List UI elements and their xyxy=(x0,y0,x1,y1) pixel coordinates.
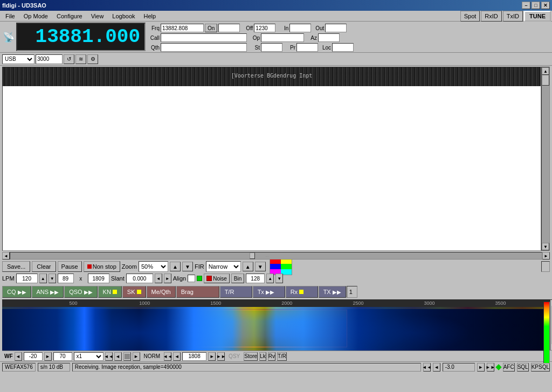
wf-scroll[interactable]: ▲ ▼ xyxy=(550,299,552,351)
sql-button[interactable]: SQL xyxy=(517,363,529,372)
pr-input[interactable] xyxy=(296,43,318,52)
spot-button[interactable]: Spot xyxy=(460,11,480,22)
h-scroll-thumb[interactable] xyxy=(250,253,255,259)
config-icon[interactable]: ⚙ xyxy=(87,54,98,64)
meqth-button[interactable]: Me/Qth xyxy=(147,286,176,298)
menu-configure[interactable]: Configure xyxy=(52,12,87,20)
on-input[interactable] xyxy=(218,24,240,32)
waterfall-display[interactable] xyxy=(2,307,550,351)
pause-button[interactable]: Pause xyxy=(58,261,82,272)
frq-input[interactable] xyxy=(161,24,204,32)
tx-button[interactable]: Tx ▶▶ xyxy=(253,286,285,298)
qth-input[interactable] xyxy=(161,43,247,52)
in-input[interactable] xyxy=(289,24,311,32)
wf-stop-btn[interactable] xyxy=(123,352,131,361)
frequency-display[interactable]: 13881.000 xyxy=(16,23,146,51)
wf-skipforward-btn[interactable]: ◄◄ xyxy=(164,352,171,361)
bin-up[interactable]: ▲ xyxy=(266,274,274,283)
loc-input[interactable] xyxy=(332,43,354,52)
st-input[interactable] xyxy=(261,43,282,52)
align-checkbox[interactable] xyxy=(188,275,195,282)
scroll-thumb[interactable] xyxy=(542,75,549,86)
bin-down[interactable]: ▼ xyxy=(275,274,283,283)
nonstop-button[interactable]: Non stop xyxy=(84,261,120,272)
store-button[interactable]: Store xyxy=(244,352,258,361)
bandwidth-input[interactable] xyxy=(36,54,63,64)
menu-logbook[interactable]: Logbook xyxy=(108,12,139,20)
scroll-up-button[interactable]: ▲ xyxy=(542,67,549,75)
rx-text-area[interactable] xyxy=(3,86,541,250)
controls-scroll[interactable] xyxy=(541,261,550,272)
narrow-select[interactable]: Narrow Wide xyxy=(206,261,241,272)
zoom-select[interactable]: 50% 100% 200% xyxy=(139,261,168,272)
slant-input[interactable] xyxy=(126,274,153,283)
lpm-up[interactable]: ▲ xyxy=(39,274,47,283)
kn-button[interactable]: KN xyxy=(98,286,122,298)
spectrum-icon[interactable]: ≋ xyxy=(75,54,86,64)
afc-button[interactable]: AFC xyxy=(503,363,515,372)
fir-up-icon[interactable]: ▲ xyxy=(243,262,253,271)
call-input[interactable] xyxy=(161,33,247,42)
kpsql-button[interactable]: KPSQL xyxy=(531,363,550,372)
wf-tr-button[interactable]: T/R xyxy=(277,352,287,361)
bin-input[interactable] xyxy=(246,274,265,283)
wf-back-btn[interactable]: ◄ xyxy=(114,352,122,361)
status-fwdfwd[interactable]: ►► xyxy=(487,363,494,372)
wf-fwdfwd-btn[interactable]: ►► xyxy=(217,352,225,361)
wf-forward-btn[interactable]: ◄ xyxy=(173,352,181,361)
maximize-button[interactable]: □ xyxy=(532,2,540,9)
tune-button[interactable]: TUNE xyxy=(524,11,551,22)
wf-zoom-input[interactable] xyxy=(53,352,72,361)
wf-next-btn[interactable]: ► xyxy=(44,352,52,361)
mode-select[interactable]: USB LSB FM xyxy=(2,54,34,64)
out-input[interactable] xyxy=(325,24,347,32)
ans-button[interactable]: ANS ▶▶ xyxy=(32,286,64,298)
rx-button[interactable]: Rx xyxy=(286,286,318,298)
op-input[interactable] xyxy=(261,33,304,42)
menu-view[interactable]: View xyxy=(87,12,108,20)
zoom-up-icon[interactable]: ▲ xyxy=(170,262,181,271)
h-scroll-left[interactable]: ◄ xyxy=(2,252,10,260)
status-fwd[interactable]: ► xyxy=(477,363,485,372)
minimize-button[interactable]: – xyxy=(522,2,530,9)
rxid-button[interactable]: RxID xyxy=(481,11,501,22)
lk-button[interactable]: Lk xyxy=(259,352,266,361)
az-input[interactable] xyxy=(318,33,340,42)
wf-pos-input[interactable] xyxy=(182,352,206,361)
wf-fwd-btn[interactable]: ► xyxy=(208,352,216,361)
close-button[interactable]: ✕ xyxy=(541,2,550,9)
scroll-down-button[interactable]: ▼ xyxy=(542,243,549,250)
scroll-track[interactable] xyxy=(542,75,549,243)
rv-button[interactable]: Rv xyxy=(268,352,275,361)
menu-opmode[interactable]: Op Mode xyxy=(19,12,52,20)
slant-right[interactable]: ► xyxy=(164,274,171,283)
slant-left[interactable]: ◄ xyxy=(155,274,162,283)
wf-db-input[interactable] xyxy=(24,352,43,361)
qso-button[interactable]: QSO ▶▶ xyxy=(64,286,97,298)
sk-button[interactable]: SK xyxy=(122,286,146,298)
main-scrollbar[interactable]: ▲ ▼ xyxy=(541,67,550,251)
fir-down-icon[interactable]: ▼ xyxy=(255,262,266,271)
wf-prev-btn[interactable]: ◄ xyxy=(15,352,22,361)
txfull-button[interactable]: TX ▶▶ xyxy=(319,286,346,298)
bin-button[interactable]: Bin xyxy=(231,274,244,283)
wf-play-btn[interactable]: ► xyxy=(133,352,140,361)
menu-help[interactable]: Help xyxy=(140,12,161,20)
txid-button[interactable]: TxID xyxy=(503,11,523,22)
clear-button[interactable]: Clear xyxy=(32,261,56,272)
status-back[interactable]: ◄ xyxy=(433,363,440,372)
zoom-down-icon[interactable]: ▼ xyxy=(182,262,193,271)
val1-input[interactable] xyxy=(58,274,74,283)
tr-button[interactable]: T/R xyxy=(220,286,252,298)
lpm-down[interactable]: ▼ xyxy=(49,274,56,283)
menu-file[interactable]: File xyxy=(1,12,19,20)
off-input[interactable] xyxy=(254,24,275,32)
wf-scale-select[interactable]: x1 x2 xyxy=(74,352,104,361)
h-scroll-track[interactable]: ··· xyxy=(10,252,542,260)
val2-input[interactable] xyxy=(88,274,109,283)
brag-button[interactable]: Brag xyxy=(176,286,219,298)
status-prev[interactable]: ◄◄ xyxy=(423,363,431,372)
save-button[interactable]: Save... xyxy=(2,261,30,272)
refresh-icon[interactable]: ↺ xyxy=(64,54,74,64)
cq-button[interactable]: CQ ▶▶ xyxy=(2,286,31,298)
